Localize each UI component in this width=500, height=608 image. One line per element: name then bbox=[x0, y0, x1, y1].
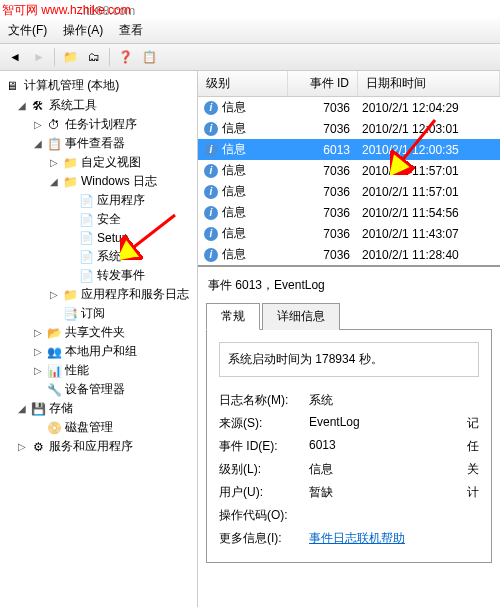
label: 级别(L): bbox=[219, 461, 309, 478]
label: 订阅 bbox=[81, 305, 105, 322]
cell-event-id: 7036 bbox=[288, 101, 358, 115]
label: 性能 bbox=[65, 362, 89, 379]
online-help-link[interactable]: 事件日志联机帮助 bbox=[309, 531, 405, 545]
info-icon: i bbox=[204, 248, 218, 262]
prop-level: 级别(L): 信息 关 bbox=[219, 458, 479, 481]
table-row[interactable]: i信息70362010/2/1 11:54:56 bbox=[198, 202, 500, 223]
cell-datetime: 2010/2/1 11:57:01 bbox=[358, 185, 500, 199]
annotation-arrow-2 bbox=[390, 115, 450, 175]
tree-system-tools[interactable]: ◢ 🛠 系统工具 bbox=[16, 96, 197, 115]
prop-log-name: 日志名称(M): 系统 bbox=[219, 389, 479, 412]
properties-button[interactable]: 🗂 bbox=[83, 46, 105, 68]
tab-general[interactable]: 常规 bbox=[206, 303, 260, 330]
expand-icon[interactable]: ▷ bbox=[16, 441, 27, 452]
cell-level: i信息 bbox=[198, 120, 288, 137]
menu-action[interactable]: 操作(A) bbox=[63, 22, 103, 39]
tree-storage[interactable]: ◢ 💾 存储 bbox=[16, 399, 197, 418]
tree-device-manager[interactable]: 🔧 设备管理器 bbox=[32, 380, 197, 399]
label: 日志名称(M): bbox=[219, 392, 309, 409]
label: 系统工具 bbox=[49, 97, 97, 114]
tree-forwarded-log[interactable]: 📄 转发事件 bbox=[64, 266, 197, 285]
info-icon: i bbox=[204, 101, 218, 115]
label: 设备管理器 bbox=[65, 381, 125, 398]
value: EventLog bbox=[309, 415, 467, 432]
reload-button[interactable]: 📋 bbox=[138, 46, 160, 68]
table-row[interactable]: i信息70362010/2/1 11:28:40 bbox=[198, 244, 500, 265]
tree-shared-folders[interactable]: ▷ 📂 共享文件夹 bbox=[32, 323, 197, 342]
label: 磁盘管理 bbox=[65, 419, 113, 436]
collapse-icon[interactable]: ◢ bbox=[32, 138, 43, 149]
menu-file[interactable]: 文件(F) bbox=[8, 22, 47, 39]
tree-performance[interactable]: ▷ 📊 性能 bbox=[32, 361, 197, 380]
label: 转发事件 bbox=[97, 267, 145, 284]
label: Windows 日志 bbox=[81, 173, 157, 190]
cell-level: i信息 bbox=[198, 141, 288, 158]
disk-icon: 📀 bbox=[46, 420, 62, 436]
cell-level: i信息 bbox=[198, 204, 288, 221]
separator bbox=[54, 48, 55, 66]
log-icon: 📄 bbox=[78, 212, 94, 228]
tree-local-users[interactable]: ▷ 👥 本地用户和组 bbox=[32, 342, 197, 361]
prop-more-info: 更多信息(I): 事件日志联机帮助 bbox=[219, 527, 479, 550]
cell-event-id: 7036 bbox=[288, 248, 358, 262]
tree-application-log[interactable]: 📄 应用程序 bbox=[64, 191, 197, 210]
forward-button[interactable]: ► bbox=[28, 46, 50, 68]
cell-event-id: 7036 bbox=[288, 164, 358, 178]
grid-header: 级别 事件 ID 日期和时间 bbox=[198, 71, 500, 97]
menu-bar: 文件(F) 操作(A) 查看 bbox=[0, 18, 500, 44]
collapse-icon[interactable]: ◢ bbox=[16, 403, 27, 414]
tree-app-service-logs[interactable]: ▷ 📁 应用程序和服务日志 bbox=[48, 285, 197, 304]
cell-level: i信息 bbox=[198, 162, 288, 179]
expand-icon[interactable]: ▷ bbox=[32, 327, 43, 338]
tree-custom-views[interactable]: ▷ 📁 自定义视图 bbox=[48, 153, 197, 172]
expand-icon[interactable]: ▷ bbox=[32, 119, 43, 130]
label: 存储 bbox=[49, 400, 73, 417]
log-icon: 📄 bbox=[78, 193, 94, 209]
table-row[interactable]: i信息70362010/2/1 12:04:29 bbox=[198, 97, 500, 118]
collapse-icon[interactable]: ◢ bbox=[48, 176, 59, 187]
col-level[interactable]: 级别 bbox=[198, 71, 288, 96]
info-icon: i bbox=[204, 206, 218, 220]
expand-icon[interactable]: ▷ bbox=[32, 365, 43, 376]
expand-icon[interactable]: ▷ bbox=[32, 346, 43, 357]
tree-task-scheduler[interactable]: ▷ ⏱ 任务计划程序 bbox=[32, 115, 197, 134]
info-icon: i bbox=[204, 122, 218, 136]
expand-icon[interactable]: ▷ bbox=[48, 157, 59, 168]
tools-icon: 🛠 bbox=[30, 98, 46, 114]
tree-services-apps[interactable]: ▷ ⚙ 服务和应用程序 bbox=[16, 437, 197, 456]
table-row[interactable]: i信息70362010/2/1 11:57:01 bbox=[198, 181, 500, 202]
table-row[interactable]: i信息70362010/2/1 11:57:01 bbox=[198, 160, 500, 181]
folder-icon: 📁 bbox=[62, 155, 78, 171]
label: 事件 ID(E): bbox=[219, 438, 309, 455]
label: 来源(S): bbox=[219, 415, 309, 432]
tree-windows-logs[interactable]: ◢ 📁 Windows 日志 bbox=[48, 172, 197, 191]
expand-icon[interactable]: ▷ bbox=[48, 289, 59, 300]
folder-button[interactable]: 📁 bbox=[59, 46, 81, 68]
col-event-id[interactable]: 事件 ID bbox=[288, 71, 358, 96]
value: 6013 bbox=[309, 438, 467, 455]
tabs: 常规 详细信息 bbox=[206, 302, 492, 330]
back-button[interactable]: ◄ bbox=[4, 46, 26, 68]
table-row[interactable]: i信息70362010/2/1 11:43:07 bbox=[198, 223, 500, 244]
annotation-arrow-1 bbox=[120, 210, 180, 260]
collapse-icon[interactable]: ◢ bbox=[16, 100, 27, 111]
computer-icon: 🖥 bbox=[4, 78, 20, 94]
label: 自定义视图 bbox=[81, 154, 141, 171]
col-datetime[interactable]: 日期和时间 bbox=[358, 71, 500, 96]
tree-disk-mgmt[interactable]: 📀 磁盘管理 bbox=[32, 418, 197, 437]
subscription-icon: 📑 bbox=[62, 306, 78, 322]
tree-subscriptions[interactable]: 📑 订阅 bbox=[48, 304, 197, 323]
folder-icon: 📁 bbox=[62, 287, 78, 303]
tree-root[interactable]: 🖥 计算机管理 (本地) bbox=[0, 75, 197, 96]
label: 更多信息(I): bbox=[219, 530, 309, 547]
table-row[interactable]: i信息60132010/2/1 12:00:35 bbox=[198, 139, 500, 160]
label: 系统 bbox=[97, 248, 121, 265]
detail-pane: 事件 6013，EventLog 常规 详细信息 系统启动时间为 178934 … bbox=[198, 265, 500, 607]
clock-icon: ⏱ bbox=[46, 117, 62, 133]
help-button[interactable]: ❓ bbox=[114, 46, 136, 68]
table-row[interactable]: i信息70362010/2/1 12:03:01 bbox=[198, 118, 500, 139]
tab-details[interactable]: 详细信息 bbox=[262, 303, 340, 330]
event-summary: 系统启动时间为 178934 秒。 bbox=[219, 342, 479, 377]
tree-event-viewer[interactable]: ◢ 📋 事件查看器 bbox=[32, 134, 197, 153]
menu-view[interactable]: 查看 bbox=[119, 22, 143, 39]
